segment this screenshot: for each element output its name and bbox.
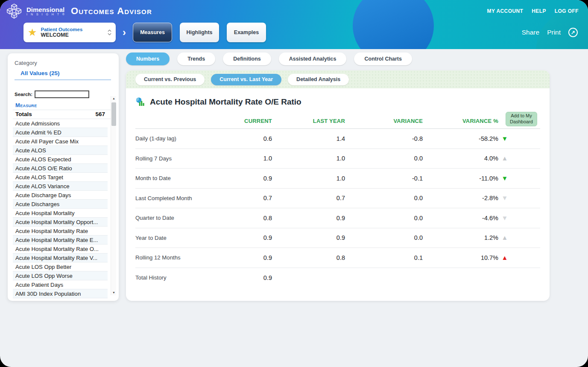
comparison-subtab[interactable]: Current vs. Last Year bbox=[211, 74, 281, 85]
table-row: Daily (1-day lag) 0.6 1.4 -0.8 -58.2% bbox=[135, 129, 540, 149]
view-tab[interactable]: Definitions bbox=[223, 52, 271, 65]
measure-list-item[interactable]: Acute Discharge Days bbox=[13, 191, 108, 200]
selector-page: WELCOME bbox=[41, 32, 108, 38]
share-link[interactable]: Share bbox=[522, 29, 539, 36]
trend-arrow-icon bbox=[502, 214, 508, 221]
view-tab[interactable]: Trends bbox=[177, 52, 215, 65]
trend-arrow-icon bbox=[502, 194, 508, 201]
table-row: Quarter to Date 0.8 0.9 0.0 -4.6% bbox=[135, 208, 540, 228]
view-tab[interactable]: Control Charts bbox=[354, 52, 412, 65]
selector-category: Patient Outcomes bbox=[41, 27, 108, 32]
totals-value: 567 bbox=[95, 111, 105, 117]
app-window: Dimensional I N S I G H T ® Outcomes Adv… bbox=[0, 0, 588, 367]
variance-pct-value: 10.7% bbox=[423, 254, 498, 261]
dashboard-selector[interactable]: ★ Patient Outcomes WELCOME bbox=[23, 23, 116, 42]
variance-pct-value: 4.0% bbox=[423, 155, 498, 162]
search-input[interactable] bbox=[35, 90, 89, 98]
comparison-subtab[interactable]: Current vs. Previous bbox=[135, 74, 205, 85]
sidebar-scrollbar[interactable]: ▲ ▼ bbox=[111, 96, 116, 295]
column-header: VARIANCE bbox=[345, 118, 423, 124]
measure-list-item[interactable]: AMI 30D Index Population bbox=[13, 289, 108, 298]
view-tab[interactable]: Assisted Analytics bbox=[279, 52, 347, 65]
measure-list-item[interactable]: Acute Hospital Mortality Opport... bbox=[13, 218, 108, 227]
category-value-link[interactable]: All Values (25) bbox=[15, 70, 111, 80]
search-label: Search: bbox=[15, 92, 32, 97]
variance-value: -0.1 bbox=[345, 175, 423, 182]
measure-list-item[interactable]: Acute Hospital Mortality Rate O... bbox=[13, 245, 108, 253]
scroll-down-icon[interactable]: ▼ bbox=[111, 290, 117, 295]
measure-list-item[interactable]: Acute Admissions bbox=[13, 119, 108, 128]
measure-column-header[interactable]: Measure bbox=[13, 102, 114, 110]
comparison-subtabs: Current vs. PreviousCurrent vs. Last Yea… bbox=[126, 70, 550, 88]
measure-list-item[interactable]: Acute Patient Days bbox=[13, 280, 108, 289]
header-nav-button[interactable]: Highlights bbox=[180, 23, 219, 42]
trend-arrow-icon bbox=[502, 254, 508, 261]
table-row: Last Completed Month 0.7 0.7 0.0 -2.8% bbox=[135, 189, 540, 209]
table-row: Month to Date 0.9 1.0 -0.1 -11.0% bbox=[135, 169, 540, 189]
table-row: Year to Date 0.9 0.9 0.0 1.2% bbox=[135, 228, 540, 248]
last-year-value: 1.0 bbox=[272, 155, 345, 162]
table-row: Rolling 7 Days 1.0 1.0 0.0 4.0% bbox=[135, 149, 540, 169]
measure-list-item[interactable]: Acute ALOS Variance bbox=[13, 182, 108, 191]
measure-table: Daily (1-day lag) 0.6 1.4 -0.8 -58.2% Ro… bbox=[135, 129, 540, 288]
trend-arrow-icon bbox=[502, 234, 508, 241]
current-value: 0.9 bbox=[199, 175, 272, 182]
measure-list-item[interactable]: Acute ALOS Expected bbox=[13, 155, 108, 164]
current-value: 0.7 bbox=[199, 195, 272, 201]
row-label: Month to Date bbox=[135, 175, 199, 181]
last-year-value: 0.7 bbox=[272, 195, 345, 201]
last-year-value: 1.0 bbox=[272, 175, 345, 182]
measure-list-item[interactable]: Acute Discharges bbox=[13, 200, 108, 209]
top-nav-link[interactable]: HELP bbox=[532, 8, 546, 14]
variance-pct-value: -4.6% bbox=[423, 215, 498, 221]
variance-pct-value: -11.0% bbox=[423, 175, 498, 182]
totals-row[interactable]: Totals 567 bbox=[13, 110, 114, 119]
variance-pct-value: -2.8% bbox=[423, 195, 498, 201]
header-nav-button[interactable]: Measures bbox=[133, 23, 172, 42]
current-value: 0.9 bbox=[199, 234, 272, 241]
row-label: Rolling 7 Days bbox=[135, 155, 199, 162]
row-label: Year to Date bbox=[135, 235, 199, 241]
measure-list-item[interactable]: Acute All Payer Case Mix bbox=[13, 137, 108, 146]
measure-list-item[interactable]: Acute ALOS Target bbox=[13, 173, 108, 182]
row-label: Total History bbox=[135, 274, 199, 281]
header-nav-buttons: MeasuresHighlightsExamples bbox=[133, 23, 266, 42]
measure-list-item[interactable]: Acute Hospital Mortality bbox=[13, 209, 108, 218]
measure-list-item[interactable]: Acute LOS Opp Better bbox=[13, 262, 108, 271]
brand-sub: I N S I G H T ® bbox=[26, 13, 66, 16]
measure-list-item[interactable]: Acute ALOS bbox=[13, 146, 108, 155]
measure-list-item[interactable]: Acute Hospital Mortality Rate bbox=[13, 227, 108, 236]
open-external-icon[interactable]: ↗ bbox=[568, 28, 578, 37]
trend-arrow-icon bbox=[502, 154, 508, 162]
measure-sidebar: Category All Values (25) Search: Measure… bbox=[8, 53, 119, 301]
column-header: VARIANCE % bbox=[423, 118, 498, 124]
scroll-up-icon[interactable]: ▲ bbox=[111, 96, 117, 101]
row-label: Rolling 12 Months bbox=[135, 254, 199, 261]
row-label: Quarter to Date bbox=[135, 215, 199, 221]
measure-list-item[interactable]: Acute Hospital Mortality Rate V... bbox=[13, 253, 108, 262]
view-tab[interactable]: Numbers bbox=[126, 52, 170, 65]
top-nav-link[interactable]: MY ACCOUNT bbox=[487, 8, 524, 14]
add-to-dashboard-button[interactable]: Add to My Dashboard bbox=[506, 112, 537, 126]
variance-value: 0.0 bbox=[345, 195, 423, 201]
comparison-subtab[interactable]: Detailed Analysis bbox=[288, 74, 349, 85]
measure-list-item[interactable]: Acute Hospital Mortality Rate E... bbox=[13, 236, 108, 245]
scrollbar-thumb[interactable] bbox=[111, 102, 116, 126]
category-label: Category bbox=[13, 60, 114, 66]
select-updown-icon bbox=[108, 29, 111, 35]
variance-value: -0.8 bbox=[345, 135, 423, 142]
current-value: 0.6 bbox=[199, 135, 272, 142]
top-nav-link[interactable]: LOG OFF bbox=[555, 8, 579, 14]
measure-list: Acute AdmissionsAcute Admit % EDAcute Al… bbox=[13, 119, 108, 301]
current-value: 1.0 bbox=[199, 155, 272, 162]
last-year-value: 0.9 bbox=[272, 234, 345, 241]
brand-name: Dimensional bbox=[26, 7, 66, 13]
dimensional-insight-logo[interactable]: Dimensional I N S I G H T ® bbox=[6, 3, 66, 19]
measure-list-item[interactable]: Acute LOS Opp Worse bbox=[13, 271, 108, 280]
measure-list-item[interactable]: Acute Admit % ED bbox=[13, 128, 108, 137]
measure-list-item[interactable]: AMI 30D Indexes with Readmit bbox=[13, 298, 108, 301]
print-link[interactable]: Print bbox=[547, 29, 561, 36]
header-nav-button[interactable]: Examples bbox=[227, 23, 266, 42]
chevron-right-icon[interactable]: › bbox=[123, 28, 126, 37]
measure-list-item[interactable]: Acute ALOS O/E Ratio bbox=[13, 164, 108, 173]
